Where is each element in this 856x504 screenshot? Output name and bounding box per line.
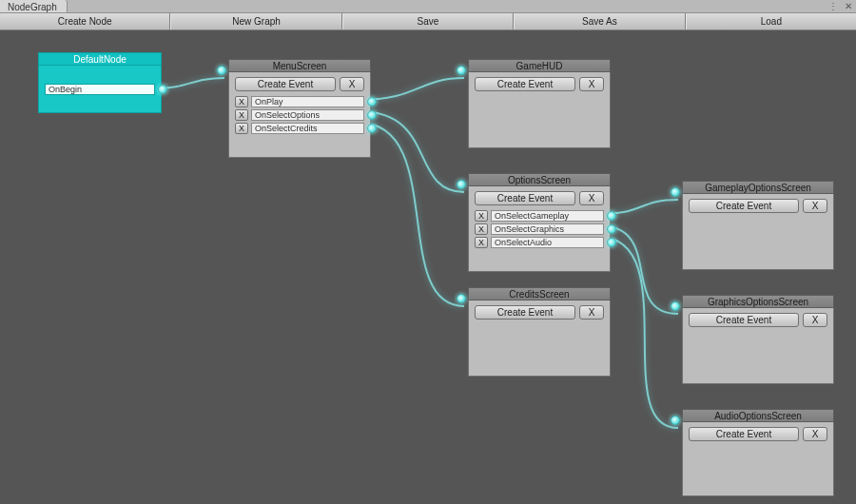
window-close-icon[interactable]: ✕ [841, 0, 856, 12]
delete-node-button[interactable]: X [579, 191, 604, 205]
toolbar: Create Node New Graph Save Save As Load [0, 13, 856, 30]
titlebar-spacer [68, 0, 826, 12]
create-event-button[interactable]: Create Event [475, 305, 575, 320]
create-event-button[interactable]: Create Event [689, 427, 799, 441]
output-port-icon[interactable] [367, 97, 377, 107]
input-port-icon[interactable] [457, 180, 466, 189]
node-audio-options[interactable]: AudioOptionsScreen Create Event X [682, 409, 834, 496]
input-port-icon[interactable] [457, 294, 466, 303]
delete-node-button[interactable]: X [579, 305, 604, 320]
output-port-icon[interactable] [607, 238, 616, 247]
delete-event-button[interactable]: X [235, 123, 248, 134]
node-menuscreen[interactable]: MenuScreen Create Event X X OnPlay X OnS… [228, 59, 371, 158]
input-port-icon[interactable] [457, 66, 466, 75]
delete-event-button[interactable]: X [475, 223, 488, 235]
event-label[interactable]: OnSelectGameplay [491, 210, 604, 222]
node-title[interactable]: GameHUD [468, 59, 611, 72]
window-tab-label: NodeGraph [8, 2, 57, 12]
output-port-icon[interactable] [367, 124, 377, 133]
load-button[interactable]: Load [686, 13, 856, 29]
input-port-icon[interactable] [671, 416, 680, 425]
delete-node-button[interactable]: X [340, 77, 364, 91]
event-row: X OnSelectOptions [235, 108, 364, 121]
node-title[interactable]: GameplayOptionsScreen [682, 181, 834, 194]
input-port-icon[interactable] [217, 66, 226, 75]
event-label[interactable]: OnPlay [251, 96, 364, 107]
node-button-row: Create Event X [689, 427, 827, 441]
save-button[interactable]: Save [342, 13, 514, 29]
node-button-row: Create Event X [689, 313, 827, 327]
event-label[interactable]: OnSelectGraphics [491, 223, 604, 235]
output-port-icon[interactable] [607, 224, 616, 234]
window-menu-icon[interactable]: ⋮ [826, 0, 841, 12]
event-row: X OnSelectGameplay [475, 209, 604, 222]
event-row: X OnSelectCredits [235, 122, 364, 134]
delete-event-button[interactable]: X [475, 210, 488, 222]
event-row: OnBegin [45, 83, 155, 95]
titlebar: NodeGraph ⋮ ✕ [0, 0, 856, 13]
delete-event-button[interactable]: X [235, 96, 248, 107]
delete-node-button[interactable]: X [803, 427, 827, 441]
node-creditsscreen[interactable]: CreditsScreen Create Event X [468, 287, 611, 377]
event-label[interactable]: OnBegin [45, 84, 155, 95]
node-title[interactable]: MenuScreen [228, 59, 371, 72]
event-row: X OnSelectAudio [475, 236, 604, 248]
create-event-button[interactable]: Create Event [689, 199, 799, 213]
node-gamehud[interactable]: GameHUD Create Event X [468, 59, 611, 148]
output-port-icon[interactable] [158, 85, 167, 94]
node-optionsscreen[interactable]: OptionsScreen Create Event X X OnSelectG… [468, 173, 611, 272]
node-title[interactable]: CreditsScreen [468, 287, 611, 300]
node-title[interactable]: GraphicsOptionsScreen [682, 295, 834, 308]
node-button-row: Create Event X [689, 199, 827, 213]
create-event-button[interactable]: Create Event [475, 77, 575, 91]
node-title[interactable]: OptionsScreen [468, 173, 611, 186]
new-graph-button[interactable]: New Graph [170, 13, 341, 29]
node-button-row: Create Event X [235, 77, 364, 91]
node-gameplay-options[interactable]: GameplayOptionsScreen Create Event X [682, 181, 834, 270]
save-as-button[interactable]: Save As [514, 13, 685, 29]
event-row: X OnPlay [235, 95, 364, 107]
event-row: X OnSelectGraphics [475, 223, 604, 235]
event-label[interactable]: OnSelectOptions [251, 109, 364, 121]
output-port-icon[interactable] [367, 110, 377, 120]
delete-node-button[interactable]: X [803, 199, 827, 213]
graph-canvas[interactable]: DefaultNode OnBegin MenuScreen Create Ev… [0, 30, 856, 504]
delete-node-button[interactable]: X [579, 77, 604, 91]
create-event-button[interactable]: Create Event [475, 191, 575, 205]
node-title[interactable]: DefaultNode [38, 52, 162, 66]
node-button-row: Create Event X [475, 191, 604, 205]
node-title[interactable]: AudioOptionsScreen [682, 409, 834, 422]
window-tab[interactable]: NodeGraph [0, 0, 68, 12]
create-event-button[interactable]: Create Event [689, 313, 799, 327]
delete-node-button[interactable]: X [803, 313, 827, 327]
delete-event-button[interactable]: X [235, 109, 248, 121]
output-port-icon[interactable] [607, 211, 616, 221]
delete-event-button[interactable]: X [475, 237, 488, 248]
event-label[interactable]: OnSelectAudio [491, 237, 604, 248]
node-button-row: Create Event X [475, 77, 604, 91]
event-label[interactable]: OnSelectCredits [251, 123, 364, 134]
create-node-button[interactable]: Create Node [0, 13, 170, 29]
create-event-button[interactable]: Create Event [235, 77, 336, 91]
node-defaultnode[interactable]: DefaultNode OnBegin [38, 52, 162, 113]
node-button-row: Create Event X [475, 305, 604, 320]
input-port-icon[interactable] [671, 187, 680, 197]
node-graphics-options[interactable]: GraphicsOptionsScreen Create Event X [682, 295, 834, 384]
input-port-icon[interactable] [671, 301, 680, 311]
